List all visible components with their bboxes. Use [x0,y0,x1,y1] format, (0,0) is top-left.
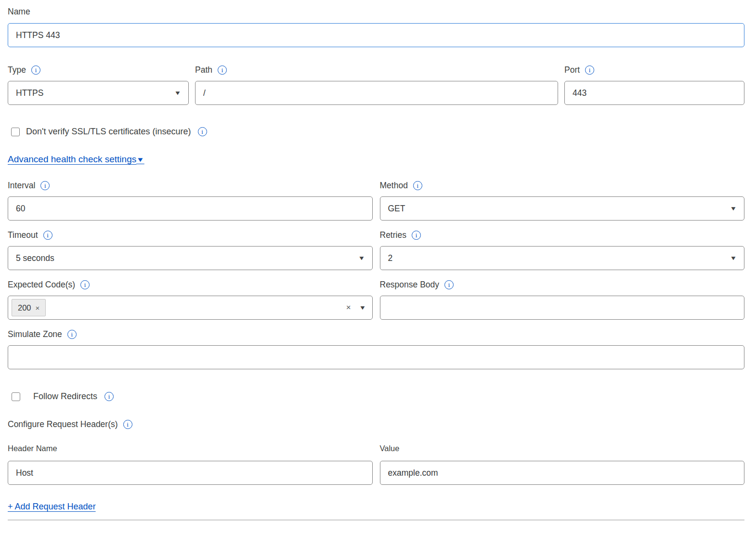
expected-codes-label: Expected Code(s) i [8,280,90,290]
simulate-zone-label-text: Simulate Zone [8,329,62,339]
path-input[interactable] [195,81,558,105]
interval-label: Interval i [8,181,50,191]
triangle-down-icon: ▼ [136,156,144,163]
timeout-label-text: Timeout [8,230,38,240]
request-header-row: Header Name Value [8,444,744,485]
response-body-input[interactable] [380,296,745,320]
info-icon[interactable]: i [585,65,594,75]
request-headers-section-label: Configure Request Header(s) i [8,419,132,429]
method-label: Method i [380,181,422,191]
info-icon[interactable]: i [123,420,132,429]
retries-label: Retries i [380,230,421,240]
header-value-label: Value [380,444,400,453]
ssl-verify-checkbox[interactable] [11,128,20,136]
info-icon[interactable]: i [444,280,454,289]
info-icon[interactable]: i [43,231,52,240]
expected-codes-label-text: Expected Code(s) [8,280,75,290]
interval-label-text: Interval [8,181,35,191]
divider [8,520,744,520]
method-select-value: GET [388,204,405,214]
simulate-zone-label: Simulate Zone i [8,329,77,339]
info-icon[interactable]: i [218,65,227,75]
clear-all-icon[interactable]: × [346,303,351,312]
timeout-select[interactable]: 5 seconds ▼ [8,246,373,270]
health-check-form: Name Type i HTTPS ▼ Path i [0,0,756,520]
path-label: Path i [195,65,227,75]
port-input[interactable] [564,81,744,105]
timeout-label: Timeout i [8,230,52,240]
name-label: Name [8,7,30,17]
name-input[interactable] [8,23,744,47]
header-name-input[interactable] [8,461,373,485]
info-icon[interactable]: i [198,127,207,136]
advanced-settings-link[interactable]: Advanced health check settings ▼ [8,154,143,165]
response-body-label-text: Response Body [380,280,440,290]
simulate-zone-input[interactable] [8,345,744,369]
expected-code-tag: 200 × [12,299,46,316]
chevron-down-icon: ▼ [358,255,365,261]
follow-redirects-checkbox[interactable] [12,392,20,401]
retries-select-value: 2 [388,253,393,263]
chevron-down-icon: ▼ [174,90,182,96]
path-label-text: Path [195,65,212,75]
header-name-label: Header Name [8,444,57,453]
tag-remove-icon[interactable]: × [36,304,40,312]
expected-codes-multiselect[interactable]: 200 × × ▼ [8,296,373,320]
follow-redirects-label: Follow Redirects [33,391,97,402]
method-select[interactable]: GET ▼ [380,196,745,221]
retries-select[interactable]: 2 ▼ [380,246,745,270]
info-icon[interactable]: i [31,65,40,75]
chevron-down-icon: ▼ [730,255,737,261]
info-icon[interactable]: i [412,231,421,240]
interval-input[interactable] [8,196,373,221]
port-label: Port i [564,65,594,75]
method-label-text: Method [380,181,408,191]
info-icon[interactable]: i [413,181,422,190]
port-label-text: Port [564,65,580,75]
retries-label-text: Retries [380,230,406,240]
type-select-value: HTTPS [16,88,43,98]
type-label-text: Type [8,65,26,75]
ssl-verify-label: Don't verify SSL/TLS certificates (insec… [26,127,191,137]
type-label: Type i [8,65,40,75]
chevron-down-icon[interactable]: ▼ [359,304,366,311]
response-body-label: Response Body i [380,280,454,290]
chevron-down-icon: ▼ [730,205,737,212]
expected-code-tag-text: 200 [18,303,31,312]
advanced-settings-link-text: Advanced health check settings [8,154,136,165]
request-headers-section-label-text: Configure Request Header(s) [8,419,118,429]
type-select[interactable]: HTTPS ▼ [8,81,189,105]
timeout-select-value: 5 seconds [16,253,54,263]
info-icon[interactable]: i [40,181,50,190]
info-icon[interactable]: i [67,330,77,339]
info-icon[interactable]: i [80,280,90,289]
info-icon[interactable]: i [104,392,114,401]
header-value-input[interactable] [380,461,745,485]
add-request-header-link[interactable]: + Add Request Header [8,502,96,511]
